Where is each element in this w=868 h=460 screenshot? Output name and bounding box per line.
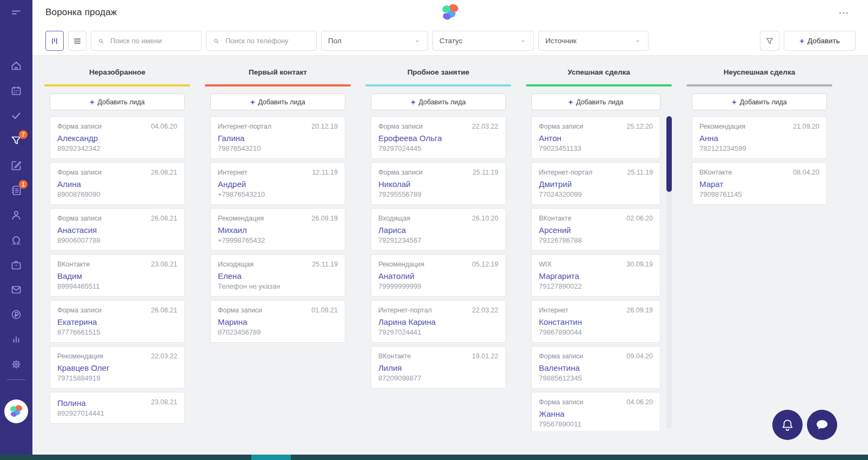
filter-button[interactable]: [760, 31, 779, 51]
lead-phone: +79876543210: [218, 190, 338, 198]
lead-name[interactable]: Анастасия: [57, 225, 177, 235]
lead-card[interactable]: ВКонтакте 19.01.22 Лилия 87209098877: [371, 346, 506, 389]
add-button-label: Добавить: [807, 37, 840, 45]
lead-card[interactable]: Форма записи 26.08.21 Алина 89008769090: [50, 162, 185, 205]
lead-name[interactable]: Алина: [57, 179, 177, 189]
lead-card[interactable]: ВКонтакте 23.08.21 Вадим 89994465511: [50, 254, 185, 297]
sidebar-item-clients[interactable]: [10, 234, 23, 246]
search-phone-input[interactable]: [224, 36, 310, 45]
chat-button[interactable]: [807, 410, 837, 440]
lead-card[interactable]: ВКонтакте 08.04.20 Марат 79098761145: [692, 162, 827, 205]
sidebar-item-tasks[interactable]: [10, 109, 23, 122]
lead-name[interactable]: Михаил: [218, 225, 338, 235]
lead-name[interactable]: Дмитрий: [539, 179, 653, 189]
add-lead-button[interactable]: + Добавить лида: [50, 94, 185, 110]
source-dropdown[interactable]: Источник: [538, 31, 649, 51]
lead-card[interactable]: Интернет 12.11.19 Андрей +79876543210: [210, 162, 345, 205]
lead-name[interactable]: Константин: [539, 317, 653, 326]
lead-card[interactable]: ВКонтакте 02.06.20 Арсений 79126786788: [531, 208, 660, 251]
lead-name[interactable]: Кравцев Олег: [57, 363, 177, 372]
sidebar-item-funnel[interactable]: 7: [10, 134, 23, 147]
lead-card[interactable]: Форма записи 04.06.20 Александр 89292342…: [50, 116, 185, 159]
lead-card[interactable]: Рекомендация 22.03.22 Кравцев Олег 79715…: [50, 346, 185, 389]
kanban-view-button[interactable]: [45, 31, 64, 51]
lead-source: ВКонтакте: [57, 261, 90, 268]
sidebar-item-briefcase[interactable]: [10, 258, 23, 271]
more-options-button[interactable]: [838, 7, 850, 18]
lead-card-header: Полина 23.08.21: [57, 398, 177, 408]
lead-card[interactable]: WIX 30.09.19 Маргарита 79127890022: [531, 254, 660, 297]
lead-name[interactable]: Ерофеева Ольга: [378, 134, 498, 143]
app-root: 7 1: [0, 0, 868, 460]
lead-name[interactable]: Ларина Карина: [378, 317, 498, 326]
sidebar-item-compose[interactable]: [10, 159, 23, 172]
add-lead-button[interactable]: + Добавить лида: [371, 94, 506, 110]
lead-name[interactable]: Полина: [57, 398, 86, 408]
lead-card[interactable]: Исходящая 25.11.19 Елена Телефон не указ…: [210, 254, 345, 297]
lead-name[interactable]: Анна: [699, 134, 819, 143]
add-lead-button[interactable]: + Добавить лида: [531, 94, 660, 110]
column-scrollbar[interactable]: [666, 116, 672, 429]
lead-name[interactable]: Андрей: [218, 179, 338, 189]
lead-name[interactable]: Антон: [539, 134, 653, 143]
lead-card[interactable]: Интернет 26.09.19 Константин 79867890044: [531, 300, 660, 343]
lead-card[interactable]: Интернет-портал 22.03.22 Ларина Карина 7…: [371, 300, 506, 343]
lead-card[interactable]: Интернет-портал 25.11.19 Дмитрий 7702432…: [531, 162, 660, 205]
search-name-input[interactable]: [109, 36, 195, 45]
sidebar-brand-logo[interactable]: [4, 399, 28, 423]
lead-name[interactable]: Елена: [218, 271, 338, 281]
column-scrollbar-thumb[interactable]: [666, 116, 672, 192]
sidebar-item-home[interactable]: [10, 59, 23, 72]
lead-name[interactable]: Марина: [218, 317, 338, 326]
lead-card[interactable]: Форма записи 01.09.21 Марина 87023456789: [210, 300, 345, 343]
lead-name[interactable]: Галина: [218, 134, 338, 143]
lead-card[interactable]: Полина 23.08.21 892927014441: [50, 392, 185, 424]
lead-card[interactable]: Рекомендация 05.12.19 Анатолий 799999999…: [371, 254, 506, 297]
lead-name[interactable]: Лилия: [378, 363, 498, 372]
add-button[interactable]: + Добавить: [784, 31, 856, 51]
status-dropdown[interactable]: Статус: [432, 31, 534, 51]
lead-card[interactable]: Форма записи 25.12.20 Антон 79023451133: [531, 116, 660, 159]
lead-name[interactable]: Вадим: [57, 271, 177, 281]
lead-card[interactable]: Рекомендация 26.09.19 Михаил +7999876543…: [210, 208, 345, 251]
lead-name[interactable]: Александр: [57, 134, 177, 143]
lead-name[interactable]: Лариса: [378, 225, 498, 235]
bottom-scrollbar-thumb[interactable]: [251, 455, 291, 460]
list-view-button[interactable]: [68, 31, 86, 51]
add-lead-label: Добавить лида: [418, 98, 465, 106]
notifications-button[interactable]: [772, 410, 803, 440]
lead-name[interactable]: Николай: [378, 179, 498, 189]
search-icon: [212, 37, 220, 45]
lead-name[interactable]: Валентина: [539, 363, 653, 372]
add-lead-button[interactable]: + Добавить лида: [210, 94, 345, 110]
lead-card[interactable]: Форма записи 26.08.21 Анастасия 89006007…: [50, 208, 185, 251]
lead-name[interactable]: Маргарита: [539, 271, 653, 281]
bottom-scrollbar[interactable]: [0, 455, 868, 460]
gender-dropdown[interactable]: Пол: [321, 31, 428, 51]
lead-card[interactable]: Интернет-портал 20.12.19 Галина 79876543…: [210, 116, 345, 159]
sidebar-item-user[interactable]: [10, 209, 23, 222]
lead-card[interactable]: Форма записи 04.06.20 Жанна 79567890011: [531, 392, 660, 431]
sidebar-item-analytics[interactable]: [10, 333, 23, 346]
lead-name[interactable]: Арсений: [539, 225, 653, 235]
lead-name[interactable]: Екатерина: [57, 317, 177, 326]
column-title: Неразобранное: [44, 68, 190, 77]
lead-card[interactable]: Форма записи 22.03.22 Ерофеева Ольга 792…: [371, 116, 506, 159]
sidebar-item-mail[interactable]: [10, 283, 23, 296]
sidebar-item-settings[interactable]: [10, 358, 23, 371]
lead-card[interactable]: Форма записи 26.08.21 Екатерина 87776661…: [50, 300, 185, 343]
sidebar-menu-toggle[interactable]: [10, 6, 23, 19]
lead-card[interactable]: Входящая 26.10.20 Лариса 79291234567: [371, 208, 506, 251]
lead-card[interactable]: Форма записи 25.11.19 Николай 7929555678…: [371, 162, 506, 205]
sidebar-item-calendar[interactable]: [10, 84, 23, 97]
sidebar-item-notebook[interactable]: 1: [10, 184, 23, 197]
lead-name[interactable]: Жанна: [539, 409, 653, 418]
lead-name[interactable]: Марат: [699, 179, 819, 189]
lead-name[interactable]: Анатолий: [378, 271, 498, 281]
lead-date: 04.06.20: [626, 398, 653, 406]
lead-card[interactable]: Форма записи 09.04.20 Валентина 79885612…: [531, 346, 660, 389]
sidebar-item-payments[interactable]: [10, 308, 23, 321]
lead-card[interactable]: Рекомендация 21.09.20 Анна 782121234599: [692, 116, 827, 159]
add-lead-button[interactable]: + Добавить лида: [692, 94, 827, 110]
lead-phone: 79295556789: [378, 190, 498, 198]
